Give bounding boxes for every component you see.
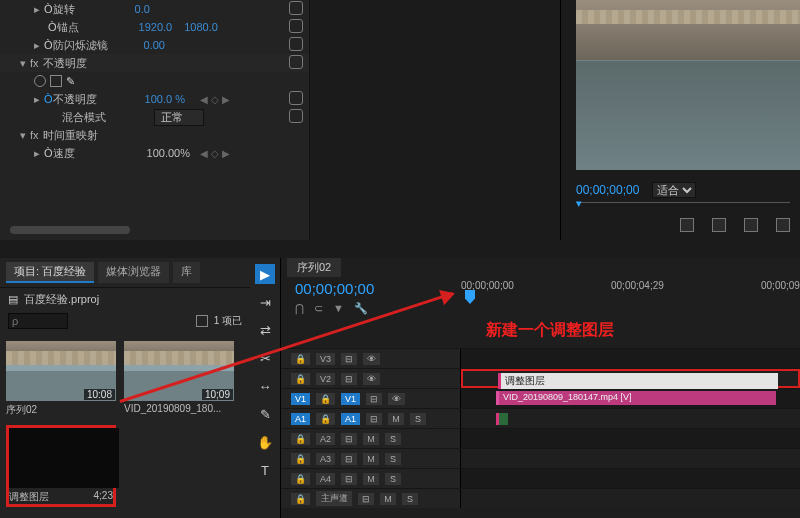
razor-tool-icon[interactable]: ✂: [255, 348, 275, 368]
track-lane[interactable]: VID_20190809_180147.mp4 [V]: [461, 389, 800, 408]
overwrite-button[interactable]: [776, 218, 790, 232]
mute-button[interactable]: M: [363, 473, 379, 485]
track-visibility-icon[interactable]: 👁: [363, 353, 380, 365]
stopwatch-icon[interactable]: Ò: [44, 3, 53, 15]
insert-button[interactable]: [744, 218, 758, 232]
linked-selection-icon[interactable]: ⊂: [314, 302, 323, 315]
track-output-icon[interactable]: ⊟: [341, 373, 357, 385]
solo-button[interactable]: S: [385, 473, 401, 485]
reset-icon[interactable]: [289, 55, 303, 69]
stopwatch-icon[interactable]: Ò: [48, 21, 57, 33]
timeline-timecode[interactable]: 00;00;00;00: [295, 280, 374, 297]
track-lock-icon[interactable]: 🔒: [316, 413, 335, 425]
track-lock-icon[interactable]: 🔒: [291, 473, 310, 485]
track-lane[interactable]: [461, 469, 800, 488]
zoom-select[interactable]: 适合: [652, 182, 696, 198]
mark-out-button[interactable]: [712, 218, 726, 232]
solo-button[interactable]: S: [385, 453, 401, 465]
marker-icon[interactable]: ▼: [333, 302, 344, 315]
mark-in-button[interactable]: [680, 218, 694, 232]
speed-value[interactable]: 100.00%: [147, 147, 190, 159]
track-lane[interactable]: [461, 349, 800, 368]
pen-mask-icon[interactable]: ✎: [66, 75, 75, 88]
track-lane[interactable]: [461, 409, 800, 428]
track-lane[interactable]: [461, 489, 800, 508]
track-lock-icon[interactable]: 🔒: [291, 373, 310, 385]
track-target[interactable]: A3: [316, 453, 335, 465]
scrollbar-thumb[interactable]: [10, 226, 130, 234]
anchor-x[interactable]: 1920.0: [139, 21, 173, 33]
tab-library[interactable]: 库: [173, 262, 200, 283]
track-target[interactable]: V3: [316, 353, 335, 365]
sequence-tab[interactable]: 序列02: [287, 258, 341, 277]
disclose-icon[interactable]: ▸: [34, 39, 40, 52]
selection-tool-icon[interactable]: ▶: [255, 264, 275, 284]
rotation-value[interactable]: 0.0: [135, 3, 150, 15]
preview-ruler[interactable]: ▾: [576, 202, 790, 216]
anchor-y[interactable]: 1080.0: [184, 21, 218, 33]
track-output-icon[interactable]: ⊟: [358, 493, 374, 505]
track-output-icon[interactable]: ⊟: [341, 473, 357, 485]
playhead-icon[interactable]: [465, 290, 475, 304]
track-lock-icon[interactable]: 🔒: [291, 453, 310, 465]
rect-mask-icon[interactable]: [50, 75, 62, 87]
track-output-icon[interactable]: ⊟: [341, 453, 357, 465]
project-item[interactable]: 10:08 序列02: [6, 341, 116, 417]
source-patch[interactable]: V1: [291, 393, 310, 405]
audio-clip[interactable]: [496, 413, 508, 425]
track-lock-icon[interactable]: 🔒: [316, 393, 335, 405]
stopwatch-icon[interactable]: Ò: [44, 93, 53, 105]
track-output-icon[interactable]: ⊟: [366, 393, 382, 405]
mute-button[interactable]: ⊟: [366, 413, 382, 425]
disclose-icon[interactable]: ▾: [20, 129, 26, 142]
mute-button[interactable]: M: [363, 453, 379, 465]
track-lock-icon[interactable]: 🔒: [291, 353, 310, 365]
stopwatch-icon[interactable]: Ò: [44, 39, 53, 51]
pen-tool-icon[interactable]: ✎: [255, 404, 275, 424]
solo-button[interactable]: S: [402, 493, 418, 505]
reset-icon[interactable]: [289, 91, 303, 105]
disclose-icon[interactable]: ▸: [34, 3, 40, 16]
track-target[interactable]: A2: [316, 433, 335, 445]
disclose-icon[interactable]: ▾: [20, 57, 26, 70]
reset-icon[interactable]: [289, 37, 303, 51]
keyframe-nav[interactable]: ◀ ◇ ▶: [200, 148, 230, 159]
track-target[interactable]: A4: [316, 473, 335, 485]
tab-project[interactable]: 项目: 百度经验: [6, 262, 94, 283]
tab-media-browser[interactable]: 媒体浏览器: [98, 262, 169, 283]
solo-button[interactable]: S: [410, 413, 426, 425]
track-lock-icon[interactable]: 🔒: [291, 493, 310, 505]
track-output-icon[interactable]: ⊟: [341, 433, 357, 445]
track-lane[interactable]: [461, 429, 800, 448]
track-lane[interactable]: [461, 449, 800, 468]
track-target[interactable]: V1: [341, 393, 360, 405]
source-patch[interactable]: A1: [291, 413, 310, 425]
reset-icon[interactable]: [289, 109, 303, 123]
mute-button[interactable]: M: [363, 433, 379, 445]
type-tool-icon[interactable]: T: [255, 460, 275, 480]
track-select-tool-icon[interactable]: ⇥: [255, 292, 275, 312]
keyframe-nav[interactable]: ◀ ◇ ▶: [200, 94, 230, 105]
program-timecode[interactable]: 00;00;00;00: [576, 183, 639, 197]
search-input[interactable]: [8, 313, 68, 329]
track-visibility-icon[interactable]: 👁: [388, 393, 405, 405]
reset-icon[interactable]: [289, 1, 303, 15]
antiflicker-value[interactable]: 0.00: [144, 39, 165, 51]
disclose-icon[interactable]: ▸: [34, 93, 40, 106]
track-target[interactable]: V2: [316, 373, 335, 385]
adjustment-layer-item[interactable]: 调整图层4;23: [6, 425, 116, 507]
filter-icon[interactable]: [196, 315, 208, 327]
video-clip[interactable]: VID_20190809_180147.mp4 [V]: [496, 391, 776, 405]
solo-button[interactable]: M: [388, 413, 404, 425]
disclose-icon[interactable]: ▸: [34, 147, 40, 160]
project-item[interactable]: 10;09 VID_20190809_180...: [124, 341, 234, 417]
solo-button[interactable]: S: [385, 433, 401, 445]
track-lane[interactable]: 调整图层: [461, 369, 800, 388]
slip-tool-icon[interactable]: ↔: [255, 376, 275, 396]
hand-tool-icon[interactable]: ✋: [255, 432, 275, 452]
mute-button[interactable]: M: [380, 493, 396, 505]
master-track[interactable]: 主声道: [316, 491, 352, 506]
adjustment-layer-clip[interactable]: 调整图层: [498, 373, 778, 389]
opacity-value[interactable]: 100.0 %: [145, 93, 185, 105]
stopwatch-icon[interactable]: Ò: [44, 147, 53, 159]
